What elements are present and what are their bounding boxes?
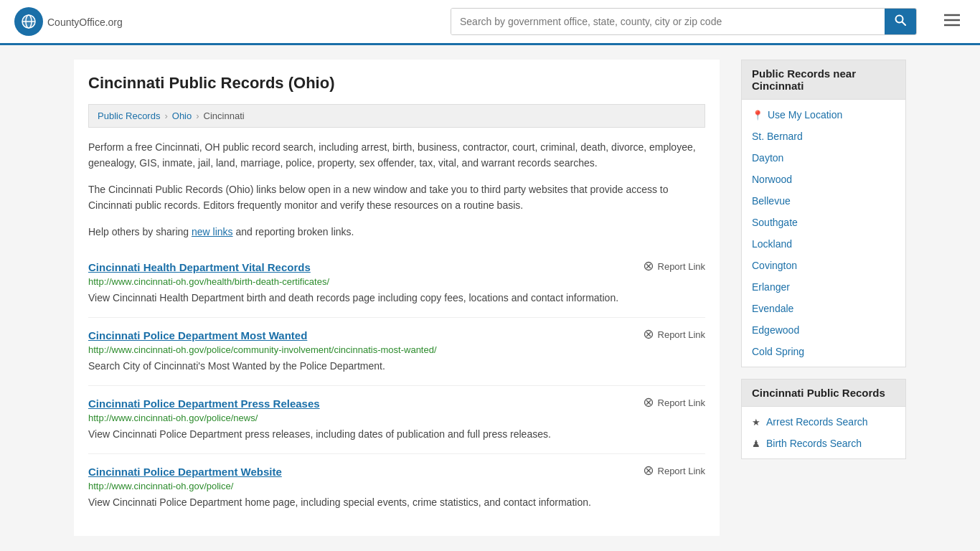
report-icon-3 bbox=[644, 466, 654, 476]
report-label-3: Report Link bbox=[658, 466, 705, 476]
record-entry-1: Cincinnati Police Department Most Wanted… bbox=[88, 318, 705, 386]
record-url-0[interactable]: http://www.cincinnati-oh.gov/health/birt… bbox=[88, 276, 705, 287]
report-label-0: Report Link bbox=[658, 261, 705, 272]
breadcrumb-current: Cincinnati bbox=[204, 110, 245, 121]
report-icon-2 bbox=[644, 397, 654, 408]
record-title-3[interactable]: Cincinnati Police Department Website bbox=[88, 466, 282, 478]
nearby-location-link-4[interactable]: Southgate bbox=[752, 217, 798, 228]
nearby-location-link-6[interactable]: Covington bbox=[752, 260, 797, 271]
breadcrumb-sep-2: › bbox=[196, 110, 199, 121]
cincinnati-records-section: Cincinnati Public Records ★ Arrest Recor… bbox=[741, 379, 906, 459]
sidebar: Public Records near Cincinnati 📍 Use My … bbox=[741, 60, 906, 536]
nearby-location-item-3: Bellevue bbox=[742, 190, 905, 212]
use-my-location-link[interactable]: Use My Location bbox=[768, 109, 842, 121]
breadcrumb-ohio[interactable]: Ohio bbox=[172, 110, 192, 121]
record-title-2[interactable]: Cincinnati Police Department Press Relea… bbox=[88, 397, 320, 410]
record-entry-0: Cincinnati Health Department Vital Recor… bbox=[88, 250, 705, 318]
location-pin-icon: 📍 bbox=[752, 110, 763, 121]
hamburger-menu-button[interactable] bbox=[938, 9, 966, 34]
logo-text: CountyOffice.org bbox=[47, 14, 123, 29]
cincinnati-records-title: Cincinnati Public Records bbox=[742, 380, 905, 407]
record-desc-0: View Cincinnati Health Department birth … bbox=[88, 291, 705, 306]
cincinnati-records-content: ★ Arrest Records Search ♟ Birth Records … bbox=[742, 407, 905, 458]
nearby-location-item-10: Cold Spring bbox=[742, 341, 905, 362]
main-container: Cincinnati Public Records (Ohio) Public … bbox=[60, 45, 920, 550]
arrest-records-item: ★ Arrest Records Search bbox=[742, 411, 905, 433]
site-logo[interactable]: CountyOffice.org bbox=[14, 7, 123, 36]
description-2: The Cincinnati Public Records (Ohio) lin… bbox=[88, 182, 705, 214]
nearby-title: Public Records near Cincinnati bbox=[742, 60, 905, 100]
report-label-2: Report Link bbox=[658, 397, 705, 408]
search-input[interactable] bbox=[451, 9, 885, 34]
nearby-location-item-9: Edgewood bbox=[742, 319, 905, 341]
record-title-1[interactable]: Cincinnati Police Department Most Wanted bbox=[88, 329, 307, 342]
report-icon-1 bbox=[644, 329, 654, 339]
report-link-btn-2[interactable]: Report Link bbox=[644, 397, 705, 408]
record-entry-3: Cincinnati Police Department Website Rep… bbox=[88, 454, 705, 522]
record-url-2[interactable]: http://www.cincinnati-oh.gov/police/news… bbox=[88, 413, 705, 423]
nearby-locations-list: St. BernardDaytonNorwoodBellevueSouthgat… bbox=[742, 126, 905, 362]
records-list: Cincinnati Health Department Vital Recor… bbox=[88, 250, 705, 522]
nearby-location-link-0[interactable]: St. Bernard bbox=[752, 131, 803, 142]
hamburger-icon bbox=[944, 14, 960, 27]
birth-icon: ♟ bbox=[752, 438, 760, 449]
birth-records-item: ♟ Birth Records Search bbox=[742, 433, 905, 454]
svg-line-6 bbox=[903, 22, 906, 26]
nearby-location-item-7: Erlanger bbox=[742, 276, 905, 298]
report-link-btn-3[interactable]: Report Link bbox=[644, 466, 705, 476]
report-icon-0 bbox=[644, 261, 654, 271]
content-area: Cincinnati Public Records (Ohio) Public … bbox=[74, 60, 720, 536]
nearby-location-item-8: Evendale bbox=[742, 298, 905, 319]
record-desc-1: Search City of Cincinnati's Most Wanted … bbox=[88, 359, 705, 374]
nearby-location-item-0: St. Bernard bbox=[742, 126, 905, 147]
report-link-btn-0[interactable]: Report Link bbox=[644, 261, 705, 272]
nearby-location-item-6: Covington bbox=[742, 255, 905, 276]
nearby-location-link-7[interactable]: Erlanger bbox=[752, 281, 790, 293]
nearby-location-link-1[interactable]: Dayton bbox=[752, 152, 783, 164]
breadcrumb: Public Records › Ohio › Cincinnati bbox=[88, 104, 705, 128]
nearby-location-link-8[interactable]: Evendale bbox=[752, 303, 793, 314]
nearby-location-item-2: Norwood bbox=[742, 169, 905, 190]
nearby-content: 📍 Use My Location St. BernardDaytonNorwo… bbox=[742, 100, 905, 367]
record-url-1[interactable]: http://www.cincinnati-oh.gov/police/comm… bbox=[88, 344, 705, 355]
record-url-3[interactable]: http://www.cincinnati-oh.gov/police/ bbox=[88, 481, 705, 491]
search-icon bbox=[895, 14, 906, 26]
description-3: Help others by sharing new links and rep… bbox=[88, 224, 705, 240]
nearby-location-link-3[interactable]: Bellevue bbox=[752, 195, 791, 207]
site-header: CountyOffice.org bbox=[0, 0, 980, 45]
use-my-location-item: 📍 Use My Location bbox=[742, 104, 905, 126]
nearby-location-item-1: Dayton bbox=[742, 147, 905, 169]
nearby-location-link-5[interactable]: Lockland bbox=[752, 238, 792, 250]
nearby-location-link-2[interactable]: Norwood bbox=[752, 174, 792, 185]
description-1: Perform a free Cincinnati, OH public rec… bbox=[88, 139, 705, 171]
nearby-location-link-10[interactable]: Cold Spring bbox=[752, 346, 804, 357]
breadcrumb-sep-1: › bbox=[164, 110, 167, 121]
record-desc-3: View Cincinnati Police Department home p… bbox=[88, 495, 705, 510]
arrest-icon: ★ bbox=[752, 417, 760, 428]
page-title: Cincinnati Public Records (Ohio) bbox=[88, 74, 705, 93]
report-label-1: Report Link bbox=[658, 329, 705, 340]
logo-icon bbox=[14, 7, 43, 36]
breadcrumb-public-records[interactable]: Public Records bbox=[98, 110, 160, 121]
new-links-link[interactable]: new links bbox=[192, 226, 233, 237]
birth-records-link[interactable]: Birth Records Search bbox=[766, 438, 862, 449]
nearby-section: Public Records near Cincinnati 📍 Use My … bbox=[741, 60, 906, 367]
arrest-records-link[interactable]: Arrest Records Search bbox=[766, 416, 868, 428]
nearby-location-item-5: Lockland bbox=[742, 233, 905, 255]
report-link-btn-1[interactable]: Report Link bbox=[644, 329, 705, 340]
search-button[interactable] bbox=[885, 9, 916, 34]
record-desc-2: View Cincinnati Police Department press … bbox=[88, 427, 705, 442]
record-title-0[interactable]: Cincinnati Health Department Vital Recor… bbox=[88, 261, 311, 273]
record-entry-2: Cincinnati Police Department Press Relea… bbox=[88, 386, 705, 454]
nearby-location-item-4: Southgate bbox=[742, 212, 905, 233]
search-bar bbox=[451, 8, 917, 35]
nearby-location-link-9[interactable]: Edgewood bbox=[752, 324, 799, 336]
